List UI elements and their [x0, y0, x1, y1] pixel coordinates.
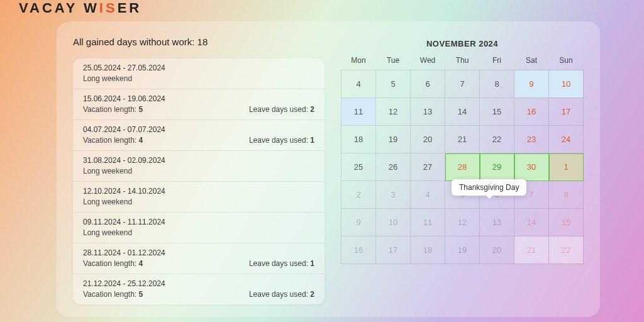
calendar-day[interactable]: 14	[514, 209, 549, 236]
calendar-day[interactable]: 19	[445, 236, 480, 264]
weekday-header: Thu	[445, 52, 480, 70]
item-leave-days: Leave days used: 2	[249, 290, 314, 299]
calendar-day[interactable]: 9	[341, 209, 376, 236]
calendar-day[interactable]: 12	[445, 209, 480, 236]
calendar-day[interactable]: 13	[411, 98, 445, 126]
calendar-day[interactable]: 12	[376, 98, 411, 126]
calendar-day[interactable]: 24	[549, 126, 584, 153]
calendar-day[interactable]: 21	[514, 236, 549, 264]
calendar-day[interactable]: 22	[480, 126, 514, 153]
item-dates: 09.11.2024 - 11.11.2024	[83, 218, 165, 226]
calendar-grid: MonTueWedThuFriSatSun 456789101112131415…	[341, 52, 584, 264]
item-subtitle: Long weekend	[83, 228, 165, 237]
calendar-day[interactable]: 4	[341, 70, 376, 98]
item-dates: 25.05.2024 - 27.05.2024	[83, 64, 165, 72]
list-item[interactable]: 31.08.2024 - 02.09.2024Long weekend	[73, 151, 325, 182]
calendar-day[interactable]: 23	[514, 126, 549, 153]
item-subtitle: Long weekend	[83, 197, 165, 206]
calendar-day[interactable]: 26	[376, 153, 411, 181]
list-item[interactable]: 12.10.2024 - 14.10.2024Long weekend	[73, 182, 325, 213]
item-dates: 15.06.2024 - 19.06.2024	[83, 94, 165, 103]
list-item[interactable]: 09.11.2024 - 11.11.2024Long weekend	[73, 213, 325, 243]
calendar-day[interactable]: 28	[445, 153, 480, 181]
calendar-day[interactable]: 10	[376, 209, 411, 236]
item-subtitle: Vacation length: 5	[83, 105, 165, 114]
calendar-day[interactable]: 20	[411, 126, 445, 153]
vacation-list: 25.05.2024 - 27.05.2024Long weekend15.06…	[73, 58, 325, 304]
weekday-header: Sun	[549, 52, 584, 70]
list-item[interactable]: 28.11.2024 - 01.12.2024Vacation length: …	[73, 243, 325, 274]
gained-days-summary: All gained days without work: 18	[73, 36, 325, 47]
calendar-day[interactable]: 9	[514, 70, 549, 98]
weekday-header: Sat	[514, 52, 549, 70]
calendar-day[interactable]: 17	[549, 98, 584, 126]
calendar-day[interactable]: 8	[549, 181, 584, 209]
calendar-day[interactable]: 25	[341, 153, 376, 181]
calendar-day[interactable]: 16	[514, 98, 549, 126]
calendar-day[interactable]: 30	[514, 153, 549, 181]
calendar-day[interactable]: 27	[411, 153, 445, 181]
calendar-day[interactable]: 5	[376, 70, 411, 98]
calendar-day[interactable]: 21	[445, 126, 480, 153]
item-subtitle: Long weekend	[83, 167, 165, 175]
calendar-day[interactable]: 18	[341, 126, 376, 153]
item-subtitle: Long weekend	[83, 74, 165, 83]
vacation-list-column: All gained days without work: 18 25.05.2…	[73, 36, 325, 317]
calendar-day[interactable]: 2	[341, 181, 376, 209]
item-dates: 12.10.2024 - 14.10.2024	[83, 187, 165, 196]
item-dates: 04.07.2024 - 07.07.2024	[83, 125, 165, 134]
main-panel: All gained days without work: 18 25.05.2…	[57, 21, 600, 317]
item-dates: 21.12.2024 - 25.12.2024	[83, 279, 165, 288]
calendar-day[interactable]: 19	[376, 126, 411, 153]
calendar-day[interactable]: 11	[341, 98, 376, 126]
list-item[interactable]: 25.05.2024 - 27.05.2024Long weekend	[73, 58, 325, 89]
item-subtitle: Vacation length: 5	[83, 290, 165, 299]
item-leave-days: Leave days used: 1	[249, 136, 314, 145]
calendar: NOVEMBER 2024 MonTueWedThuFriSatSun 4567…	[341, 36, 584, 317]
item-leave-days: Leave days used: 2	[249, 105, 314, 114]
calendar-day[interactable]: 8	[480, 70, 514, 98]
calendar-day[interactable]: 29	[480, 153, 514, 181]
weekday-header: Mon	[341, 52, 376, 70]
app-logo: VACAY WISER	[19, 0, 142, 16]
calendar-day[interactable]: 10	[549, 70, 584, 98]
calendar-day[interactable]: 18	[411, 236, 445, 264]
calendar-day[interactable]: 4	[411, 181, 445, 209]
calendar-day[interactable]: 22	[549, 236, 584, 264]
holiday-tooltip: Thanksgiving Day	[452, 179, 526, 196]
calendar-day[interactable]: 13	[480, 209, 514, 236]
calendar-day[interactable]: 6	[411, 70, 445, 98]
list-item[interactable]: 15.06.2024 - 19.06.2024Vacation length: …	[73, 89, 325, 120]
calendar-day[interactable]: 17	[376, 236, 411, 264]
calendar-day[interactable]: 20	[480, 236, 514, 264]
weekday-header: Wed	[411, 52, 445, 70]
calendar-day[interactable]: 1	[549, 153, 584, 181]
calendar-title: NOVEMBER 2024	[341, 36, 584, 52]
item-subtitle: Vacation length: 4	[83, 259, 165, 268]
calendar-day[interactable]: 14	[445, 98, 480, 126]
weekday-header: Fri	[480, 52, 514, 70]
calendar-day[interactable]: 3	[376, 181, 411, 209]
list-item[interactable]: 04.07.2024 - 07.07.2024Vacation length: …	[73, 120, 325, 151]
calendar-day[interactable]: 7	[445, 70, 480, 98]
weekday-header: Tue	[376, 52, 411, 70]
calendar-day[interactable]: 15	[549, 209, 584, 236]
calendar-day[interactable]: 15	[480, 98, 514, 126]
item-leave-days: Leave days used: 1	[249, 259, 314, 268]
calendar-day[interactable]: 11	[411, 209, 445, 236]
item-dates: 31.08.2024 - 02.09.2024	[83, 156, 165, 165]
item-dates: 28.11.2024 - 01.12.2024	[83, 248, 165, 257]
calendar-day[interactable]: 16	[341, 236, 376, 264]
item-subtitle: Vacation length: 4	[83, 136, 165, 145]
list-item[interactable]: 21.12.2024 - 25.12.2024Vacation length: …	[73, 274, 325, 304]
